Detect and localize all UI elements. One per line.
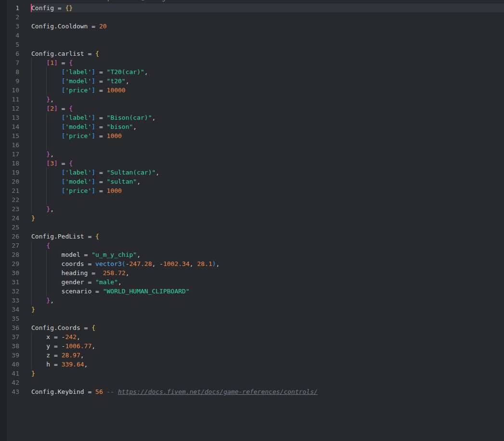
code-line-content[interactable]: heading = 258.72,	[31, 268, 504, 277]
code-line-content[interactable]	[31, 13, 504, 22]
code-line-content[interactable]: Config.PedList = {	[31, 232, 504, 241]
code-line[interactable]: 15 ['price'] = 1000	[0, 131, 504, 140]
code-line[interactable]: 36Config.Coords = {	[0, 323, 504, 332]
code-line-content[interactable]: Config = {}	[31, 3, 504, 13]
code-line-content[interactable]: [1] = {	[31, 58, 504, 67]
code-line[interactable]: 38 y = -1006.77,	[0, 341, 504, 351]
code-line-content[interactable]: y = -1006.77,	[31, 341, 504, 351]
code-line-content[interactable]: [2] = {	[31, 104, 504, 113]
code-line[interactable]: 40 h = 339.64,	[0, 360, 504, 369]
code-line[interactable]: 6Config.carlist = {	[0, 49, 504, 58]
breadcrumb-segment[interactable]: resources	[68, 0, 96, 1]
code-line[interactable]: 18 [3] = {	[0, 159, 504, 168]
code-line-content[interactable]: }	[31, 214, 504, 223]
indent-guide	[31, 86, 32, 95]
code-line[interactable]: 31 gender = "male",	[0, 277, 504, 287]
code-line-content[interactable]: },	[31, 296, 504, 305]
code-line-content[interactable]: ['price'] = 10000	[31, 86, 504, 95]
code-line-content[interactable]: },	[31, 95, 504, 104]
code-line-content[interactable]: },	[31, 150, 504, 159]
code-line-content[interactable]: Config.Keybind = 56 -- https://docs.five…	[31, 387, 504, 396]
code-line[interactable]: 19 ['label'] = "Sultan(car)",	[0, 168, 504, 177]
code-line[interactable]: 13 ['label'] = "Bison(car)",	[0, 113, 504, 122]
code-line-content[interactable]: }	[31, 369, 504, 378]
code-line[interactable]: 29 coords = vector3(-247.28, -1002.34, 2…	[0, 259, 504, 268]
code-line[interactable]: 14 ['model'] = "bison",	[0, 122, 504, 131]
code-line[interactable]: 11 },	[0, 95, 504, 104]
code-line[interactable]: 4	[0, 31, 504, 40]
code-line-content[interactable]: Config.Cooldown = 20	[31, 22, 504, 31]
code-line[interactable]: 12 [2] = {	[0, 104, 504, 113]
code-line[interactable]: 17 },	[0, 150, 504, 159]
code-line-content[interactable]: coords = vector3(-247.28, -1002.34, 28.1…	[31, 259, 504, 268]
code-line[interactable]: 22	[0, 195, 504, 204]
comment-link[interactable]: https://docs.fivem.net/docs/game-referen…	[118, 388, 318, 395]
code-line[interactable]: 28 model = "u_m_y_chip",	[0, 250, 504, 259]
code-line[interactable]: 21 ['price'] = 1000	[0, 186, 504, 195]
breadcrumb-segment[interactable]: qb-rental	[105, 0, 132, 1]
code-line-content[interactable]: },	[31, 204, 504, 214]
code-line[interactable]: 24}	[0, 214, 504, 223]
code-line-content[interactable]: {	[31, 241, 504, 250]
code-line-content[interactable]: gender = "male",	[31, 277, 504, 287]
code-line-content[interactable]: ['label'] = "T20(car)",	[31, 67, 504, 76]
code-line[interactable]: 2	[0, 13, 504, 22]
code-line[interactable]: 30 heading = 258.72,	[0, 268, 504, 277]
code-line-content[interactable]: ['model'] = "t20",	[31, 76, 504, 86]
code-line-content[interactable]: ['model'] = "bison",	[31, 122, 504, 131]
code-line-content[interactable]	[31, 195, 504, 204]
code-line-content[interactable]: z = 28.97,	[31, 351, 504, 360]
breadcrumb-segment[interactable]: resources	[32, 0, 60, 1]
code-line[interactable]: 32 scenario = "WORLD_HUMAN_CLIPBOARD"	[0, 287, 504, 296]
code-line[interactable]: 20 ['model'] = "sultan",	[0, 177, 504, 186]
code-line[interactable]: 26Config.PedList = {	[0, 232, 504, 241]
code-token: {	[46, 242, 50, 249]
code-line-content[interactable]: scenario = "WORLD_HUMAN_CLIPBOARD"	[31, 287, 504, 296]
code-line[interactable]: 33 },	[0, 296, 504, 305]
breadcrumb-file[interactable]: config.lua	[148, 0, 176, 1]
code-line[interactable]: 7 [1] = {	[0, 58, 504, 67]
code-line[interactable]: 39 z = 28.97,	[0, 351, 504, 360]
code-line[interactable]: 3Config.Cooldown = 20	[0, 22, 504, 31]
code-line-content[interactable]	[31, 223, 504, 232]
breadcrumb-segment[interactable]: D:	[16, 0, 23, 1]
code-line[interactable]: 1Config = {}	[0, 3, 504, 13]
code-line[interactable]: 23 },	[0, 204, 504, 214]
code-line[interactable]: 35	[0, 314, 504, 323]
code-line-content[interactable]: ['price'] = 1000	[31, 186, 504, 195]
code-line-content[interactable]: }	[31, 305, 504, 314]
code-token: =	[95, 87, 106, 94]
code-line-content[interactable]	[31, 314, 504, 323]
code-line-content[interactable]	[31, 31, 504, 40]
code-line-content[interactable]	[31, 40, 504, 49]
code-line[interactable]: 8 ['label'] = "T20(car)",	[0, 67, 504, 76]
code-line[interactable]: 5	[0, 40, 504, 49]
code-line[interactable]: 42	[0, 378, 504, 387]
code-line[interactable]: 37 x = -242,	[0, 332, 504, 341]
code-token: =	[58, 160, 69, 167]
code-line[interactable]: 16	[0, 140, 504, 150]
indent-guide	[31, 259, 32, 268]
code-line-content[interactable]: Config.Coords = {	[31, 323, 504, 332]
code-line[interactable]: 9 ['model'] = "t20",	[0, 76, 504, 86]
code-line-content[interactable]: h = 339.64,	[31, 360, 504, 369]
code-line-content[interactable]: ['price'] = 1000	[31, 131, 504, 140]
code-token: -	[126, 260, 129, 267]
code-line[interactable]: 43Config.Keybind = 56 -- https://docs.fi…	[0, 387, 504, 396]
code-line-content[interactable]: ['label'] = "Bison(car)",	[31, 113, 504, 122]
indent-guide	[31, 287, 32, 296]
code-line-content[interactable]	[31, 140, 504, 150]
code-line-content[interactable]: x = -242,	[31, 332, 504, 341]
code-line[interactable]: 34}	[0, 305, 504, 314]
code-line-content[interactable]: model = "u_m_y_chip",	[31, 250, 504, 259]
code-line[interactable]: 25	[0, 223, 504, 232]
code-line-content[interactable]: ['model'] = "sultan",	[31, 177, 504, 186]
code-token	[31, 96, 46, 103]
code-line[interactable]: 10 ['price'] = 10000	[0, 86, 504, 95]
code-line-content[interactable]: ['label'] = "Sultan(car)",	[31, 168, 504, 177]
code-line-content[interactable]: [3] = {	[31, 159, 504, 168]
code-line[interactable]: 41}	[0, 369, 504, 378]
code-line[interactable]: 27 {	[0, 241, 504, 250]
code-line-content[interactable]	[31, 378, 504, 387]
code-line-content[interactable]: Config.carlist = {	[31, 49, 504, 58]
